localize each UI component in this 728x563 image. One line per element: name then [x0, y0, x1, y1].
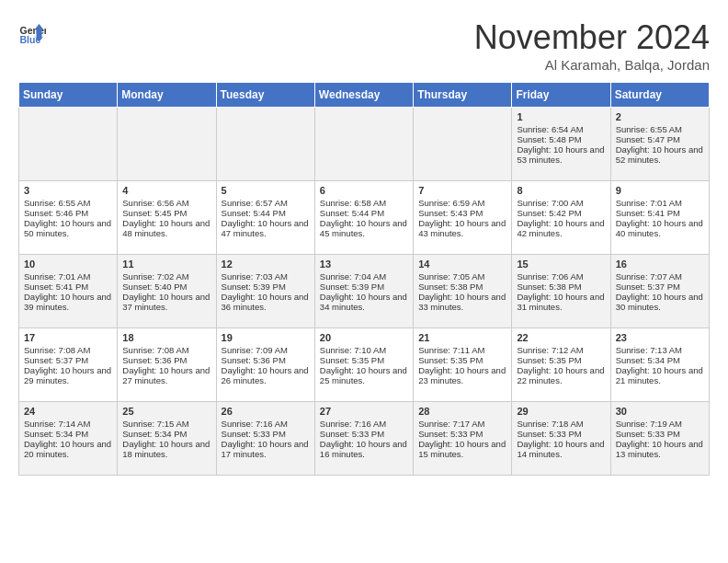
day-number: 17 [24, 332, 112, 343]
calendar-cell: 24Sunrise: 7:14 AMSunset: 5:34 PMDayligh… [19, 402, 118, 476]
day-info: Sunset: 5:38 PM [418, 282, 506, 292]
day-info: Sunset: 5:35 PM [418, 355, 506, 365]
day-number: 7 [418, 185, 506, 196]
day-info: Daylight: 10 hours and 16 minutes. [320, 439, 408, 459]
day-number: 20 [320, 332, 408, 343]
day-info: Daylight: 10 hours and 30 minutes. [616, 292, 704, 312]
calendar-week-row: 1Sunrise: 6:54 AMSunset: 5:48 PMDaylight… [19, 108, 710, 181]
day-info: Sunset: 5:35 PM [320, 355, 408, 365]
day-header-friday: Friday [512, 83, 610, 108]
day-info: Daylight: 10 hours and 31 minutes. [517, 292, 605, 312]
day-info: Sunset: 5:39 PM [222, 282, 310, 292]
calendar-cell: 2Sunrise: 6:55 AMSunset: 5:47 PMDaylight… [610, 108, 709, 181]
day-number: 29 [517, 406, 605, 417]
day-number: 1 [517, 111, 605, 122]
day-info: Sunrise: 7:12 AM [517, 345, 605, 355]
calendar-cell: 18Sunrise: 7:08 AMSunset: 5:36 PMDayligh… [118, 328, 216, 402]
day-info: Sunrise: 7:08 AM [24, 345, 112, 355]
day-number: 13 [320, 259, 408, 270]
day-info: Daylight: 10 hours and 15 minutes. [418, 439, 506, 459]
day-number: 26 [222, 406, 310, 417]
day-info: Sunset: 5:33 PM [418, 429, 506, 439]
calendar-cell: 26Sunrise: 7:16 AMSunset: 5:33 PMDayligh… [216, 402, 314, 476]
day-header-saturday: Saturday [610, 83, 709, 108]
day-info: Sunset: 5:36 PM [122, 355, 210, 365]
day-info: Sunrise: 6:57 AM [222, 198, 310, 208]
day-info: Sunrise: 7:18 AM [517, 419, 605, 429]
calendar-cell [118, 108, 216, 181]
day-number: 11 [122, 259, 210, 270]
day-number: 10 [24, 259, 112, 270]
day-number: 28 [418, 406, 506, 417]
calendar-cell: 23Sunrise: 7:13 AMSunset: 5:34 PMDayligh… [610, 328, 709, 402]
calendar-cell: 17Sunrise: 7:08 AMSunset: 5:37 PMDayligh… [19, 328, 118, 402]
day-info: Sunset: 5:37 PM [616, 282, 704, 292]
day-info: Daylight: 10 hours and 25 minutes. [320, 365, 408, 385]
day-number: 23 [616, 332, 704, 343]
day-info: Daylight: 10 hours and 21 minutes. [616, 365, 704, 385]
day-number: 19 [222, 332, 310, 343]
day-info: Sunset: 5:43 PM [418, 208, 506, 218]
day-info: Sunset: 5:35 PM [517, 355, 605, 365]
day-info: Sunset: 5:46 PM [24, 208, 112, 218]
day-info: Daylight: 10 hours and 45 minutes. [320, 218, 408, 238]
day-info: Sunset: 5:33 PM [616, 429, 704, 439]
day-info: Sunrise: 7:13 AM [616, 345, 704, 355]
day-info: Daylight: 10 hours and 23 minutes. [418, 365, 506, 385]
calendar-cell: 1Sunrise: 6:54 AMSunset: 5:48 PMDaylight… [512, 108, 610, 181]
day-info: Sunrise: 7:06 AM [517, 271, 605, 282]
header: General Blue November 2024 Al Karamah, B… [18, 18, 710, 73]
day-info: Sunrise: 7:15 AM [122, 419, 210, 429]
day-info: Sunrise: 7:14 AM [24, 419, 112, 429]
calendar-cell: 6Sunrise: 6:58 AMSunset: 5:44 PMDaylight… [314, 181, 413, 255]
day-info: Sunrise: 7:03 AM [222, 271, 310, 282]
day-number: 4 [122, 185, 210, 196]
day-info: Sunrise: 7:08 AM [122, 345, 210, 355]
calendar-table: SundayMondayTuesdayWednesdayThursdayFrid… [18, 82, 710, 476]
calendar-cell [216, 108, 314, 181]
calendar-week-row: 3Sunrise: 6:55 AMSunset: 5:46 PMDaylight… [19, 181, 710, 255]
calendar-header-row: SundayMondayTuesdayWednesdayThursdayFrid… [19, 83, 710, 108]
day-info: Sunset: 5:44 PM [222, 208, 310, 218]
day-info: Daylight: 10 hours and 39 minutes. [24, 292, 112, 312]
day-info: Sunrise: 7:05 AM [418, 271, 506, 282]
calendar-cell: 19Sunrise: 7:09 AMSunset: 5:36 PMDayligh… [216, 328, 314, 402]
day-info: Sunset: 5:42 PM [517, 208, 605, 218]
calendar-cell [314, 108, 413, 181]
day-number: 3 [24, 185, 112, 196]
day-info: Sunrise: 7:09 AM [222, 345, 310, 355]
day-info: Daylight: 10 hours and 40 minutes. [616, 218, 704, 238]
calendar-cell: 8Sunrise: 7:00 AMSunset: 5:42 PMDaylight… [512, 181, 610, 255]
day-number: 25 [122, 406, 210, 417]
day-number: 8 [517, 185, 605, 196]
calendar-cell [414, 108, 512, 181]
month-title: November 2024 [474, 18, 710, 57]
day-header-tuesday: Tuesday [216, 83, 314, 108]
day-info: Daylight: 10 hours and 13 minutes. [616, 439, 704, 459]
day-info: Sunrise: 7:02 AM [122, 271, 210, 282]
calendar-cell: 16Sunrise: 7:07 AMSunset: 5:37 PMDayligh… [610, 255, 709, 328]
day-info: Daylight: 10 hours and 14 minutes. [517, 439, 605, 459]
day-number: 9 [616, 185, 704, 196]
day-info: Sunrise: 6:59 AM [418, 198, 506, 208]
calendar-cell: 28Sunrise: 7:17 AMSunset: 5:33 PMDayligh… [414, 402, 512, 476]
day-info: Sunset: 5:34 PM [122, 429, 210, 439]
day-info: Sunset: 5:33 PM [222, 429, 310, 439]
calendar-cell: 5Sunrise: 6:57 AMSunset: 5:44 PMDaylight… [216, 181, 314, 255]
day-number: 21 [418, 332, 506, 343]
day-info: Daylight: 10 hours and 26 minutes. [222, 365, 310, 385]
calendar-cell [19, 108, 118, 181]
calendar-week-row: 17Sunrise: 7:08 AMSunset: 5:37 PMDayligh… [19, 328, 710, 402]
day-header-monday: Monday [118, 83, 216, 108]
day-info: Daylight: 10 hours and 42 minutes. [517, 218, 605, 238]
day-number: 22 [517, 332, 605, 343]
day-info: Sunrise: 7:16 AM [320, 419, 408, 429]
day-header-sunday: Sunday [19, 83, 118, 108]
calendar-cell: 25Sunrise: 7:15 AMSunset: 5:34 PMDayligh… [118, 402, 216, 476]
calendar-cell: 22Sunrise: 7:12 AMSunset: 5:35 PMDayligh… [512, 328, 610, 402]
day-info: Sunrise: 7:01 AM [24, 271, 112, 282]
day-info: Sunrise: 7:11 AM [418, 345, 506, 355]
calendar-cell: 11Sunrise: 7:02 AMSunset: 5:40 PMDayligh… [118, 255, 216, 328]
day-info: Daylight: 10 hours and 52 minutes. [616, 144, 704, 165]
day-info: Daylight: 10 hours and 53 minutes. [517, 144, 605, 165]
